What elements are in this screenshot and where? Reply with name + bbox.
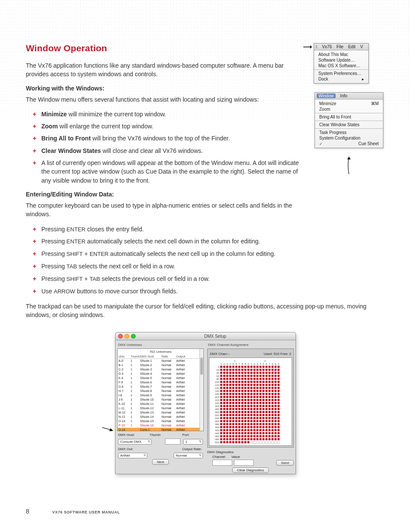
- channel-cell[interactable]: [232, 414, 234, 416]
- channel-cell[interactable]: [268, 405, 271, 407]
- channel-cell[interactable]: [274, 408, 277, 410]
- channel-cell[interactable]: [259, 426, 262, 428]
- channel-cell[interactable]: [232, 429, 234, 431]
- channel-cell[interactable]: [220, 381, 222, 383]
- channel-cell[interactable]: [238, 390, 240, 392]
- channel-cell[interactable]: [232, 420, 234, 422]
- channel-cell[interactable]: [256, 429, 258, 431]
- channel-cell[interactable]: [268, 366, 271, 368]
- channel-cell[interactable]: [259, 372, 262, 374]
- channel-cell[interactable]: [238, 414, 240, 416]
- channel-cell[interactable]: [244, 441, 246, 443]
- channel-cell[interactable]: [259, 396, 262, 398]
- channel-cell[interactable]: [250, 441, 253, 444]
- channel-cell[interactable]: [226, 369, 228, 371]
- channel-cell[interactable]: [274, 366, 277, 368]
- channel-cell[interactable]: [235, 393, 237, 395]
- channel-cell[interactable]: [226, 432, 228, 434]
- channel-cell[interactable]: [247, 366, 249, 368]
- thumb-input[interactable]: [165, 439, 181, 445]
- channel-cell[interactable]: [241, 408, 243, 410]
- table-row[interactable]: M-121SNode-13NormalArtNet: [118, 411, 203, 415]
- channel-cell[interactable]: [271, 438, 274, 440]
- channel-cell[interactable]: [268, 378, 271, 380]
- channel-cell[interactable]: [226, 399, 228, 401]
- channel-cell[interactable]: [226, 423, 228, 425]
- channel-cell[interactable]: [274, 423, 277, 425]
- channel-cell[interactable]: [277, 432, 280, 434]
- channel-cell[interactable]: [220, 387, 222, 389]
- channel-cell[interactable]: [250, 396, 252, 398]
- channel-cell[interactable]: [247, 384, 249, 386]
- channel-cell[interactable]: [268, 426, 271, 428]
- channel-cell[interactable]: [223, 417, 225, 419]
- channel-cell[interactable]: [247, 402, 249, 404]
- channel-cell[interactable]: [271, 435, 274, 437]
- channel-cell[interactable]: [226, 381, 228, 383]
- channel-cell[interactable]: [247, 405, 249, 407]
- channel-cell[interactable]: [247, 438, 249, 440]
- channel-cell[interactable]: [226, 438, 228, 440]
- channel-cell[interactable]: [238, 435, 240, 437]
- channel-cell[interactable]: [241, 423, 243, 425]
- channel-cell[interactable]: [262, 414, 265, 416]
- channel-cell[interactable]: [265, 417, 268, 419]
- channel-cell[interactable]: [232, 369, 234, 371]
- channel-cell[interactable]: [259, 393, 262, 395]
- channel-cell[interactable]: [256, 396, 258, 398]
- channel-cell[interactable]: [244, 384, 246, 386]
- channel-cell[interactable]: [271, 441, 274, 444]
- channel-cell[interactable]: [220, 396, 222, 398]
- channel-cell[interactable]: [271, 387, 274, 389]
- channel-cell[interactable]: [235, 372, 237, 374]
- channel-cell[interactable]: [262, 387, 265, 389]
- channel-cell[interactable]: [244, 432, 246, 434]
- channel-cell[interactable]: [229, 399, 231, 401]
- channel-cell[interactable]: [247, 411, 249, 413]
- channel-cell[interactable]: [238, 396, 240, 398]
- menu-osx-software[interactable]: Mac OS X Software…: [314, 63, 368, 68]
- channel-cell[interactable]: [256, 399, 258, 401]
- channel-cell[interactable]: [232, 372, 234, 374]
- output-rate-select[interactable]: Normal: [174, 453, 203, 458]
- channel-cell[interactable]: [250, 414, 252, 416]
- channel-cell[interactable]: [238, 402, 240, 404]
- channel-cell[interactable]: [253, 378, 255, 380]
- channel-cell[interactable]: [256, 387, 258, 389]
- diag-channel-input[interactable]: [212, 460, 232, 466]
- channel-cell[interactable]: [238, 381, 240, 383]
- channel-cell[interactable]: [223, 390, 225, 392]
- channel-cell[interactable]: [238, 426, 240, 428]
- channel-cell[interactable]: [244, 381, 246, 383]
- channel-cell[interactable]: [220, 417, 222, 419]
- channel-cell[interactable]: [277, 375, 280, 377]
- channel-cell[interactable]: [253, 432, 255, 434]
- channel-cell[interactable]: [229, 375, 231, 377]
- channel-cell[interactable]: [265, 393, 268, 395]
- channel-cell[interactable]: [235, 369, 237, 371]
- channel-cell[interactable]: [229, 396, 231, 398]
- channel-cell[interactable]: [277, 405, 280, 407]
- channel-cell[interactable]: [253, 417, 255, 419]
- channel-cell[interactable]: [259, 435, 262, 437]
- channel-cell[interactable]: [232, 399, 234, 401]
- channel-grid[interactable]: 1212345678901234567890020406080100120140…: [209, 358, 292, 446]
- channel-cell[interactable]: [265, 372, 268, 374]
- channel-cell[interactable]: [232, 426, 234, 428]
- channel-cell[interactable]: [229, 408, 231, 410]
- channel-cell[interactable]: [247, 381, 249, 383]
- channel-cell[interactable]: [256, 417, 258, 419]
- channel-cell[interactable]: [244, 369, 246, 371]
- channel-cell[interactable]: [265, 432, 268, 434]
- channel-cell[interactable]: [250, 408, 252, 410]
- channel-cell[interactable]: [262, 429, 265, 431]
- channel-cell[interactable]: [259, 414, 262, 416]
- channel-cell[interactable]: [259, 423, 262, 425]
- channel-cell[interactable]: [220, 402, 222, 404]
- channel-cell[interactable]: [256, 423, 258, 425]
- channel-cell[interactable]: [241, 426, 243, 428]
- channel-cell[interactable]: [232, 378, 234, 380]
- channel-cell[interactable]: [241, 399, 243, 401]
- channel-cell[interactable]: [247, 399, 249, 401]
- channel-cell[interactable]: [241, 429, 243, 431]
